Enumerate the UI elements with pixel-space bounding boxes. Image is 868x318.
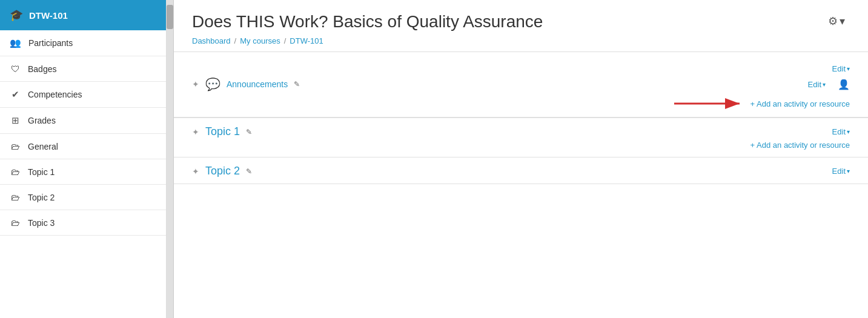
topic1-edit-button[interactable]: Edit ▾ xyxy=(832,127,850,136)
topic1-pencil-icon[interactable]: ✎ xyxy=(246,128,252,136)
add-activity-button-topic1[interactable]: + Add an activity or resource xyxy=(750,141,850,150)
general-section-top: Edit ▾ xyxy=(192,64,850,73)
announcements-actions: Edit ▾ 👤 xyxy=(808,79,850,90)
announcements-activity: ✦ 💬 Announcements ✎ Edit ▾ 👤 xyxy=(192,77,850,91)
topic1-title-left: ✦ Topic 1 ✎ xyxy=(192,125,252,138)
sidebar-item-topic2[interactable]: 🗁 Topic 2 xyxy=(0,185,166,210)
announcements-label: Announcements xyxy=(227,79,288,89)
topic2-edit-chevron: ▾ xyxy=(847,168,850,174)
grades-icon: ⊞ xyxy=(10,115,21,126)
folder-icon-topic1: 🗁 xyxy=(10,167,21,177)
gear-dropdown-icon: ▾ xyxy=(840,15,845,28)
drag-handle-topic1[interactable]: ✦ xyxy=(192,127,199,137)
sidebar-item-label: Participants xyxy=(28,38,73,48)
sidebar-item-label: Topic 1 xyxy=(28,167,55,177)
course-header: Does THIS Work? Basics of Quality Assura… xyxy=(174,0,868,52)
announcements-edit-button[interactable]: Edit ▾ xyxy=(808,80,826,89)
announcements-link[interactable]: Announcements xyxy=(227,79,288,89)
participants-icon: 👥 xyxy=(10,38,21,48)
red-arrow-icon xyxy=(674,95,747,112)
course-title: Does THIS Work? Basics of Quality Assura… xyxy=(192,12,543,31)
topic2-section: ✦ Topic 2 ✎ Edit ▾ xyxy=(174,157,868,184)
general-edit-chevron: ▾ xyxy=(847,65,850,72)
sidebar-course-title: DTW-101 xyxy=(29,10,68,21)
drag-handle-topic2[interactable]: ✦ xyxy=(192,167,199,176)
add-activity-button-general[interactable]: + Add an activity or resource xyxy=(750,99,850,108)
gear-button[interactable]: ⚙ ▾ xyxy=(823,12,850,30)
topic2-title-left: ✦ Topic 2 ✎ xyxy=(192,165,252,177)
folder-icon-general: 🗁 xyxy=(10,141,21,151)
general-edit-button[interactable]: Edit ▾ xyxy=(832,64,850,73)
announcements-pencil-icon[interactable]: ✎ xyxy=(294,80,300,88)
sidebar-item-label: Topic 2 xyxy=(28,193,55,202)
sidebar-item-label: Grades xyxy=(28,116,56,125)
sidebar-item-badges[interactable]: 🛡 Badges xyxy=(0,56,166,82)
sidebar-item-participants[interactable]: 👥 Participants xyxy=(0,30,166,56)
topic2-edit-label: Edit xyxy=(832,167,846,176)
folder-icon-topic2: 🗁 xyxy=(10,192,21,202)
sidebar-scrollbar[interactable] xyxy=(167,0,174,318)
topic2-pencil-icon[interactable]: ✎ xyxy=(246,167,252,176)
breadcrumb-dashboard[interactable]: Dashboard xyxy=(192,36,231,45)
sidebar-item-grades[interactable]: ⊞ Grades xyxy=(0,108,166,134)
topic1-header-row: ✦ Topic 1 ✎ Edit ▾ xyxy=(192,125,850,138)
sidebar: 🎓 DTW-101 👥 Participants 🛡 Badges ✔ Comp… xyxy=(0,0,167,318)
graduation-icon: 🎓 xyxy=(10,8,23,22)
breadcrumb-course[interactable]: DTW-101 xyxy=(290,36,323,45)
topic1-edit-label: Edit xyxy=(832,127,846,136)
sidebar-item-topic3[interactable]: 🗁 Topic 3 xyxy=(0,210,166,236)
topic2-edit-button[interactable]: Edit ▾ xyxy=(832,167,850,176)
sidebar-item-general[interactable]: 🗁 General xyxy=(0,134,166,159)
main-content: Does THIS Work? Basics of Quality Assura… xyxy=(174,0,868,318)
sidebar-item-label: General xyxy=(28,142,58,151)
topic1-title[interactable]: Topic 1 xyxy=(205,125,240,138)
sidebar-item-competencies[interactable]: ✔ Competencies xyxy=(0,82,166,108)
breadcrumb: Dashboard / My courses / DTW-101 xyxy=(192,36,850,45)
competencies-icon: ✔ xyxy=(10,89,21,100)
announcements-user-icon[interactable]: 👤 xyxy=(838,79,850,90)
announcements-edit-chevron: ▾ xyxy=(823,81,826,88)
sidebar-item-label: Topic 3 xyxy=(28,218,55,228)
sidebar-header[interactable]: 🎓 DTW-101 xyxy=(0,0,166,30)
drag-handle-announcements[interactable]: ✦ xyxy=(192,79,199,89)
sidebar-item-label: Badges xyxy=(28,64,56,74)
folder-icon-topic3: 🗁 xyxy=(10,217,21,228)
gear-icon: ⚙ xyxy=(828,15,838,28)
general-section: Edit ▾ ✦ 💬 Announcements ✎ Edit ▾ xyxy=(174,58,868,118)
scrollbar-thumb xyxy=(167,5,173,29)
sidebar-item-topic1[interactable]: 🗁 Topic 1 xyxy=(0,159,166,185)
breadcrumb-sep2: / xyxy=(284,36,287,45)
topic1-edit-chevron: ▾ xyxy=(847,128,850,135)
topic2-title[interactable]: Topic 2 xyxy=(205,165,240,177)
sidebar-item-label: Competencies xyxy=(28,90,82,99)
topic1-add-row: + Add an activity or resource xyxy=(192,141,850,150)
add-activity-arrow-container: + Add an activity or resource xyxy=(192,95,850,112)
topic1-section: ✦ Topic 1 ✎ Edit ▾ + Add an activity or … xyxy=(174,118,868,157)
breadcrumb-sep1: / xyxy=(234,36,237,45)
general-edit-label: Edit xyxy=(832,64,846,73)
course-body: Edit ▾ ✦ 💬 Announcements ✎ Edit ▾ xyxy=(174,52,868,190)
badges-icon: 🛡 xyxy=(10,64,21,74)
announcements-icon: 💬 xyxy=(205,77,220,91)
announcements-edit-label: Edit xyxy=(808,80,821,89)
topic2-header-row: ✦ Topic 2 ✎ Edit ▾ xyxy=(192,165,850,177)
breadcrumb-mycourses[interactable]: My courses xyxy=(240,36,280,45)
